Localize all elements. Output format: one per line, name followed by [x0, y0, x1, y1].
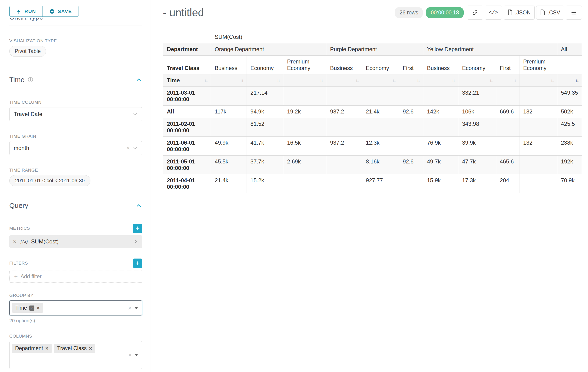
pivot-cell: [362, 87, 399, 106]
pivot-cell: [211, 118, 247, 137]
visualization-type-value[interactable]: Pivot Table: [9, 46, 46, 57]
pivot-cell: 39.9k: [458, 137, 496, 156]
pivot-cell: 238k: [557, 137, 582, 156]
caret-down-icon[interactable]: [135, 354, 138, 356]
export-buttons: </> .JSON .CSV: [467, 6, 582, 20]
remove-chip-icon[interactable]: ×: [37, 305, 40, 311]
sort-icon[interactable]: ↑↓: [277, 78, 279, 83]
pivot-cell: [399, 137, 423, 156]
sort-icon[interactable]: ↑↓: [417, 78, 419, 83]
embed-code-button[interactable]: </>: [485, 6, 502, 20]
pivot-cell: [496, 137, 519, 156]
chevron-down-icon[interactable]: [132, 145, 138, 151]
travel-class-header: Economy: [362, 55, 399, 74]
add-metric-button[interactable]: +: [133, 224, 142, 233]
time-range-value[interactable]: 2011-01-01 ≤ col < 2011-06-30: [9, 175, 90, 186]
pivot-cell: 15.9k: [423, 174, 458, 193]
columns-chip[interactable]: Travel Class ×: [54, 344, 95, 353]
pivot-cell: [423, 87, 458, 106]
clear-icon[interactable]: ×: [128, 305, 132, 311]
metrics-label: METRICS: [9, 226, 30, 231]
chevron-up-icon[interactable]: [135, 76, 142, 83]
remove-metric-icon[interactable]: ×: [13, 238, 17, 245]
sort-icon[interactable]: ↑↓: [551, 78, 553, 83]
caret-down-icon[interactable]: [134, 307, 138, 309]
groupby-chip[interactable]: Time i ×: [12, 303, 43, 313]
visualization-type-label: VISUALIZATION TYPE: [9, 38, 142, 43]
sort-icon[interactable]: ↑↓: [489, 78, 492, 83]
chart-type-heading: Chart Type: [9, 18, 142, 21]
plus-circle-icon: [49, 9, 55, 14]
pivot-cell: 81.52: [247, 118, 283, 137]
time-range-label: TIME RANGE: [9, 168, 142, 173]
department-group: Purple Department: [326, 43, 423, 55]
groupby-options-hint: 20 option(s): [9, 318, 142, 323]
pivot-cell: [211, 87, 247, 106]
sort-icon[interactable]: ↑↓: [204, 78, 207, 83]
save-button-label: SAVE: [58, 9, 72, 14]
sort-icon[interactable]: ↑↓: [452, 78, 454, 83]
sort-icon[interactable]: ↑↓: [355, 78, 358, 83]
run-button[interactable]: RUN: [9, 6, 42, 17]
pivot-cell: 937.2: [326, 106, 362, 118]
travel-class-header-row: Travel Class Business Economy Premium Ec…: [163, 55, 582, 74]
columns-label: COLUMNS: [9, 334, 142, 339]
lightning-icon: [16, 9, 22, 14]
time-grain-value: month: [14, 145, 29, 151]
metric-item[interactable]: × ƒ(x) SUM(Cost): [9, 235, 142, 248]
time-column-select[interactable]: Travel Date: [9, 107, 142, 121]
chevron-right-icon[interactable]: [133, 239, 138, 244]
pivot-cell: 92.6: [399, 106, 423, 118]
travel-class-header: [557, 55, 582, 74]
pivot-cell: 49.9k: [211, 137, 247, 156]
sort-icon[interactable]: ↑↓: [240, 78, 243, 83]
pivot-cell: [519, 156, 557, 174]
clear-icon[interactable]: ×: [128, 352, 132, 358]
export-csv-button[interactable]: .CSV: [536, 6, 564, 20]
save-button[interactable]: SAVE: [42, 6, 79, 17]
travel-class-header: Business: [211, 55, 247, 74]
sort-icon[interactable]: ↑↓: [320, 78, 322, 83]
menu-button[interactable]: [566, 6, 582, 20]
sort-icon[interactable]: ↑↓: [513, 78, 515, 83]
remove-chip-icon[interactable]: ×: [45, 345, 48, 351]
columns-chip-label: Department: [15, 345, 43, 351]
pivot-cell: [496, 118, 519, 137]
clear-icon[interactable]: ×: [126, 145, 130, 151]
time-section-header: Time: [9, 76, 142, 87]
export-json-button[interactable]: .JSON: [504, 6, 535, 20]
pivot-cell: [326, 118, 362, 137]
groupby-label: GROUP BY: [9, 293, 142, 298]
pivot-cell: 937.2: [326, 137, 362, 156]
columns-select[interactable]: Department × Travel Class × ×: [9, 341, 142, 369]
add-filter-button[interactable]: + Add filter: [9, 270, 142, 283]
time-grain-select[interactable]: month ×: [9, 141, 142, 155]
sort-cell: ↑↓: [496, 74, 519, 87]
chart-header-toolbar: 26 rows 00:00:00.18 </>: [395, 6, 582, 20]
time-section-title: Time: [9, 76, 25, 84]
pivot-cell: [399, 87, 423, 106]
groupby-select[interactable]: Time i × ×: [9, 300, 142, 316]
remove-chip-icon[interactable]: ×: [89, 345, 92, 351]
pivot-cell: [326, 156, 362, 174]
sort-icon[interactable]: ↑↓: [392, 78, 395, 83]
add-filter-plus-button[interactable]: +: [133, 258, 142, 268]
time-row-label: Time: [167, 77, 180, 84]
metrics-label-row: METRICS +: [9, 224, 142, 233]
sort-icon-active[interactable]: ↑↓: [575, 78, 578, 83]
time-column-label: TIME COLUMN: [9, 100, 142, 105]
chevron-down-icon[interactable]: [132, 111, 138, 117]
copy-link-button[interactable]: [467, 6, 483, 20]
pivot-cell: 21.4k: [211, 174, 247, 193]
hamburger-icon: [571, 10, 577, 16]
export-json-label: .JSON: [515, 10, 531, 16]
export-csv-label: .CSV: [547, 10, 560, 16]
sort-cell: ↑↓: [458, 74, 496, 87]
query-section-header: Query: [9, 202, 142, 213]
chart-title[interactable]: - untitled: [163, 6, 204, 19]
columns-chip[interactable]: Department ×: [12, 344, 52, 353]
pivot-cell: 425.5: [557, 118, 582, 137]
chevron-up-icon[interactable]: [135, 202, 142, 209]
query-timer-badge: 00:00:00.18: [426, 7, 464, 18]
action-buttons: RUN SAVE: [9, 6, 142, 17]
